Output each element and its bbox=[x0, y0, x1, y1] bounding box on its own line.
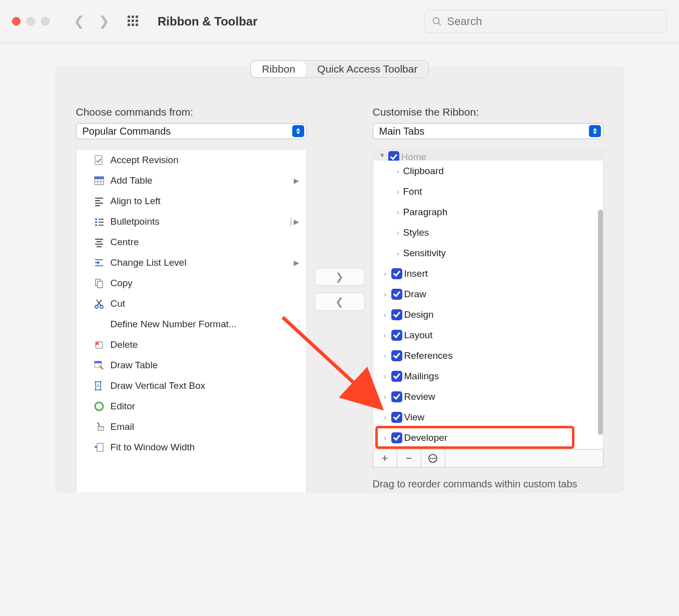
tab-group-label: Styles bbox=[403, 227, 429, 238]
nav-arrows: ❮ ❯ bbox=[74, 14, 110, 29]
tab-label: Insert bbox=[404, 268, 428, 279]
checkbox-icon[interactable] bbox=[391, 432, 402, 443]
command-label: Cut bbox=[111, 298, 126, 309]
tab-tree-subitem[interactable]: ›Styles bbox=[373, 222, 603, 243]
command-item[interactable]: Change List Level ▶ bbox=[77, 252, 306, 273]
chevron-right-icon: › bbox=[393, 228, 403, 237]
command-label: Draw Table bbox=[111, 360, 158, 371]
command-item[interactable]: A Draw Vertical Text Box bbox=[77, 375, 306, 396]
choose-commands-select[interactable]: Popular Commands bbox=[76, 123, 307, 139]
checkbox-icon[interactable] bbox=[391, 412, 402, 423]
checkbox-icon[interactable] bbox=[391, 391, 402, 402]
zoom-window-button[interactable] bbox=[41, 17, 50, 26]
command-item[interactable]: Cut bbox=[77, 293, 306, 314]
tab-tree-subitem[interactable]: ›Font bbox=[373, 181, 603, 202]
transfer-buttons: ❯ ❮ bbox=[307, 106, 373, 492]
tab-group-label: Sensitivity bbox=[403, 248, 446, 259]
command-item[interactable]: Add Table ▶ bbox=[77, 170, 306, 191]
command-item[interactable]: Email bbox=[77, 416, 306, 437]
search-box[interactable] bbox=[424, 10, 667, 33]
commands-listbox[interactable]: Accept Revision Add Table ▶ Align to Lef… bbox=[76, 149, 307, 492]
command-label: Email bbox=[111, 421, 135, 432]
command-item[interactable]: Bulletpoints │▶ bbox=[77, 211, 306, 232]
command-label: Delete bbox=[111, 339, 138, 350]
tab-quick-access-toolbar[interactable]: Quick Access Toolbar bbox=[306, 61, 428, 78]
customise-ribbon-label: Customise the Ribbon: bbox=[373, 106, 603, 118]
checkbox-icon[interactable] bbox=[391, 371, 402, 382]
forward-button[interactable]: ❯ bbox=[99, 14, 110, 29]
tab-ribbon[interactable]: Ribbon bbox=[251, 61, 307, 77]
back-button[interactable]: ❮ bbox=[74, 14, 85, 29]
show-all-icon[interactable] bbox=[128, 16, 140, 28]
svg-rect-34 bbox=[95, 361, 102, 363]
tab-tree-subitem[interactable]: ›Clipboard bbox=[373, 161, 603, 181]
command-item[interactable]: Centre bbox=[77, 232, 306, 252]
updown-icon bbox=[589, 125, 601, 137]
customise-ribbon-column: Customise the Ribbon: Main Tabs Home›Cli… bbox=[373, 106, 603, 492]
svg-point-41 bbox=[95, 402, 103, 410]
command-label: Bulletpoints bbox=[111, 216, 160, 227]
command-item[interactable]: Delete bbox=[77, 334, 306, 355]
command-label: Draw Vertical Text Box bbox=[111, 380, 206, 391]
checkbox-icon[interactable] bbox=[391, 268, 402, 279]
chevron-right-icon: › bbox=[380, 433, 390, 442]
tab-tree-subitem[interactable]: ›Paragraph bbox=[373, 202, 603, 222]
tab-tree-item[interactable]: › Developer bbox=[373, 427, 603, 448]
tab-tree-item[interactable]: › Review bbox=[373, 386, 603, 407]
editor-icon bbox=[92, 400, 107, 412]
checkbox-checked-icon[interactable] bbox=[388, 151, 399, 161]
tab-tree-item[interactable]: › Design bbox=[373, 304, 603, 325]
svg-point-37 bbox=[95, 381, 96, 382]
command-item[interactable]: Fit to Window Width bbox=[77, 437, 306, 457]
command-item[interactable]: Align to Left bbox=[77, 191, 306, 211]
add-table-icon bbox=[92, 175, 107, 187]
choose-commands-label: Choose commands from: bbox=[76, 106, 307, 118]
checkbox-icon[interactable] bbox=[391, 309, 402, 320]
command-label: Centre bbox=[111, 237, 139, 248]
tab-tree-subitem[interactable]: ›Sensitivity bbox=[373, 243, 603, 263]
tab-options-button[interactable] bbox=[421, 450, 445, 467]
remove-command-button[interactable]: ❮ bbox=[315, 293, 365, 311]
tab-tree-item[interactable]: › References bbox=[373, 345, 603, 366]
svg-point-38 bbox=[100, 381, 101, 382]
tab-label: Layout bbox=[404, 330, 433, 341]
traffic-lights bbox=[12, 17, 50, 26]
tab-tree-item[interactable]: › Mailings bbox=[373, 366, 603, 386]
checkbox-icon[interactable] bbox=[391, 330, 402, 341]
tab-label: Design bbox=[404, 309, 434, 320]
tab-tree-item[interactable]: › Draw bbox=[373, 284, 603, 304]
remove-tab-button[interactable]: − bbox=[397, 450, 421, 467]
ribbon-tabs-tree[interactable]: Home›Clipboard›Font›Paragraph›Styles›Sen… bbox=[373, 149, 603, 449]
tab-group-label: Clipboard bbox=[403, 166, 444, 177]
tab-tree-item-home[interactable]: Home bbox=[373, 150, 603, 161]
svg-point-46 bbox=[432, 458, 434, 459]
command-item[interactable]: Accept Revision bbox=[77, 150, 306, 170]
tab-tree-item[interactable]: › View bbox=[373, 407, 603, 427]
chevron-right-icon: › bbox=[380, 351, 390, 360]
command-item[interactable]: Editor bbox=[77, 396, 306, 416]
fit-window-icon bbox=[92, 441, 107, 453]
add-command-button[interactable]: ❯ bbox=[315, 268, 365, 286]
command-item[interactable]: Copy bbox=[77, 273, 306, 293]
minimize-window-button[interactable] bbox=[27, 17, 35, 26]
search-input[interactable] bbox=[446, 15, 659, 29]
customise-ribbon-select[interactable]: Main Tabs bbox=[373, 123, 603, 139]
checkbox-icon[interactable] bbox=[391, 350, 402, 361]
tab-tree-item[interactable]: › Insert bbox=[373, 263, 603, 284]
command-item[interactable]: Draw Table bbox=[77, 355, 306, 375]
command-item[interactable]: Define New Number Format... bbox=[77, 314, 306, 334]
close-window-button[interactable] bbox=[12, 17, 21, 26]
tab-label: References bbox=[404, 350, 453, 361]
svg-point-47 bbox=[434, 458, 436, 459]
tab-label: View bbox=[404, 412, 425, 423]
align-left-icon bbox=[92, 195, 107, 207]
tab-tree-item[interactable]: › Layout bbox=[373, 325, 603, 345]
svg-rect-2 bbox=[95, 156, 102, 165]
svg-line-1 bbox=[438, 23, 441, 25]
chevron-right-icon: › bbox=[393, 208, 403, 216]
command-label: Define New Number Format... bbox=[111, 319, 237, 330]
add-tab-button[interactable]: + bbox=[373, 450, 397, 467]
chevron-right-icon: › bbox=[393, 187, 403, 196]
checkbox-icon[interactable] bbox=[391, 289, 402, 300]
search-icon bbox=[432, 16, 442, 27]
